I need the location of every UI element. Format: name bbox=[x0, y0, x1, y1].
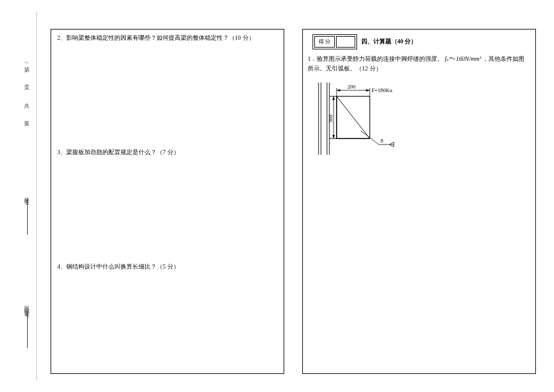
page-indicator: （第 页， 共 页） bbox=[23, 60, 31, 122]
right-column: 得 分 四、计算题（40 分） 1．验算图示承受静力荷载的连接中脚焊缝的强度。 … bbox=[302, 29, 536, 374]
svg-marker-8 bbox=[337, 89, 340, 92]
question-2: 2、影响梁整体稳定性的因素有哪些？如何提高梁的整体稳定性？（10 分） bbox=[57, 33, 278, 42]
section-title: 四、计算题（40 分） bbox=[361, 37, 417, 46]
section-4-header: 得 分 四、计算题（40 分） bbox=[308, 32, 531, 52]
binding-margin: （第 页， 共 页） 姓名 班级学号 bbox=[0, 0, 48, 392]
left-column: 2、影响梁整体稳定性的因素有哪些？如何提高梁的整体稳定性？（10 分） 3、梁腹… bbox=[51, 29, 284, 374]
score-label: 得 分 bbox=[314, 36, 335, 48]
name-field-label: 姓名 bbox=[23, 193, 31, 235]
weld-diagram: 200 F=180Kn 360 8 bbox=[313, 79, 535, 159]
weld-size: 8 bbox=[381, 138, 384, 144]
score-box: 得 分 bbox=[313, 34, 357, 49]
question-3: 3、梁腹板加劲肋的配置规定是什么？（7 分） bbox=[57, 148, 278, 157]
class-field-label: 班级学号 bbox=[23, 301, 31, 348]
cut-line bbox=[36, 12, 37, 380]
dim-width: 200 bbox=[347, 84, 356, 90]
svg-marker-13 bbox=[337, 96, 370, 138]
calc-question-1: 1．验算图示承受静力荷载的连接中脚焊缝的强度。 fₑʷ=160N/mm² ，其他… bbox=[308, 54, 531, 73]
question-4: 4、钢结构设计中什么叫换算长细比？（5 分） bbox=[57, 262, 278, 271]
score-value-cell bbox=[336, 36, 355, 48]
svg-marker-12 bbox=[332, 135, 335, 138]
force-label: F=180Kn bbox=[372, 87, 393, 93]
dim-height: 360 bbox=[328, 114, 334, 123]
svg-marker-11 bbox=[332, 96, 335, 100]
svg-marker-9 bbox=[366, 89, 370, 92]
